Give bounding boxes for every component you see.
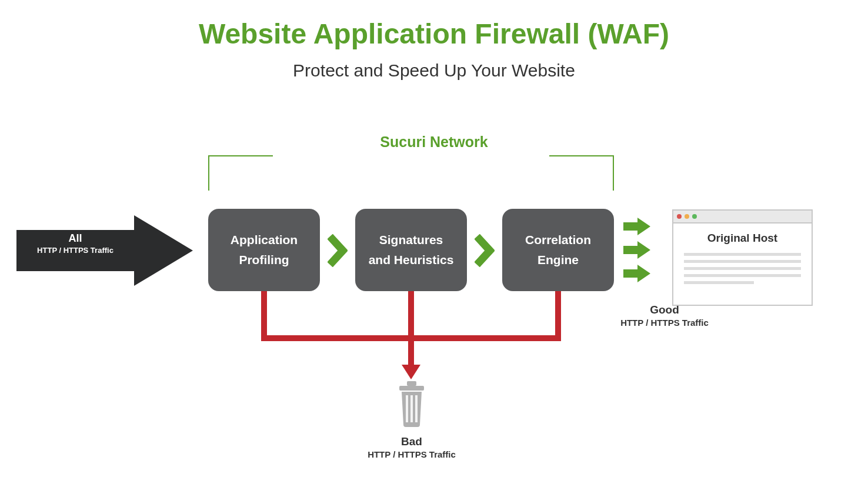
trash-icon — [397, 380, 426, 427]
node2-line2: and Heuristics — [369, 253, 454, 266]
host-window-titlebar — [673, 211, 812, 224]
chevron-icon — [328, 234, 348, 267]
node2-line1: Signatures — [379, 233, 443, 246]
svg-marker-6 — [402, 365, 420, 379]
svg-marker-8 — [623, 241, 650, 259]
incoming-traffic-label: All HTTP / HTTPS Traffic — [24, 232, 127, 255]
good-traffic-label: Good HTTP / HTTPS Traffic — [594, 303, 735, 328]
node-signatures-heuristics: Signatures and Heuristics — [355, 209, 467, 291]
good-arrow-icon — [623, 265, 653, 282]
window-dot-green-icon — [692, 214, 697, 219]
bad-traffic-label: Bad HTTP / HTTPS Traffic — [329, 435, 494, 459]
chevron-icon — [475, 234, 495, 267]
host-title: Original Host — [673, 232, 812, 245]
network-label: Sucuri Network — [0, 134, 868, 151]
node-correlation-engine: Correlation Engine — [502, 209, 614, 291]
svg-rect-14 — [415, 395, 418, 422]
page-subtitle: Protect and Speed Up Your Website — [0, 61, 868, 81]
svg-rect-13 — [410, 395, 413, 422]
good-arrow-icon — [623, 218, 653, 235]
page-title: Website Application Firewall (WAF) — [0, 18, 868, 50]
node3-line2: Engine — [538, 253, 579, 266]
svg-rect-12 — [406, 395, 408, 422]
node1-line2: Profiling — [239, 253, 289, 266]
node1-line1: Application — [231, 233, 298, 246]
good-arrow-icon — [623, 241, 653, 259]
svg-marker-9 — [623, 265, 650, 282]
window-dot-red-icon — [677, 214, 682, 219]
svg-marker-7 — [623, 218, 650, 235]
svg-rect-10 — [399, 386, 424, 391]
svg-rect-11 — [407, 381, 416, 386]
bad-flow-connector — [258, 291, 564, 379]
bad-line1: Bad — [329, 435, 494, 448]
node-application-profiling: Application Profiling — [208, 209, 320, 291]
window-dot-yellow-icon — [685, 214, 689, 219]
incoming-line1: All — [24, 232, 127, 245]
node3-line1: Correlation — [525, 233, 591, 246]
host-content-lines — [684, 253, 801, 284]
good-line2: HTTP / HTTPS Traffic — [594, 318, 735, 328]
bad-line2: HTTP / HTTPS Traffic — [329, 449, 494, 459]
original-host-window: Original Host — [672, 209, 813, 306]
incoming-line2: HTTP / HTTPS Traffic — [24, 246, 127, 255]
network-bracket — [208, 155, 614, 191]
